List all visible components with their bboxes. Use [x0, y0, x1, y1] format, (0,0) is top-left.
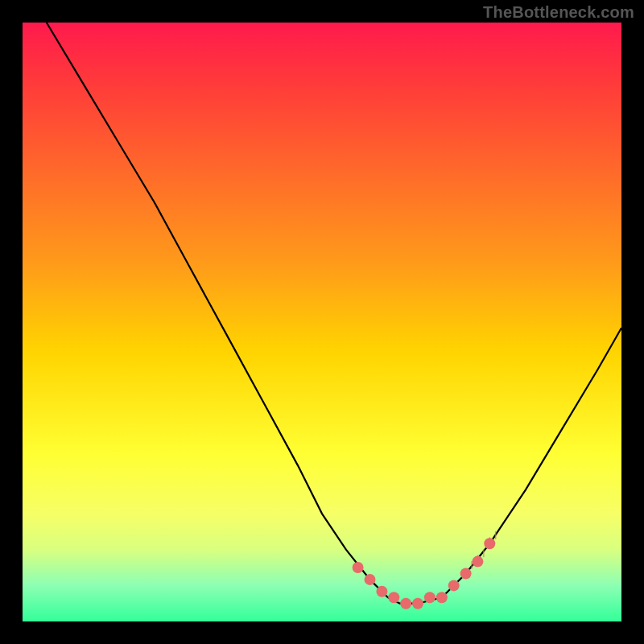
highlight-marker [353, 562, 364, 573]
highlight-marker [448, 580, 460, 591]
highlight-marker [412, 598, 423, 609]
highlight-marker [376, 586, 387, 597]
chart-frame: TheBottleneck.com [0, 0, 644, 644]
marker-group [353, 538, 496, 609]
highlight-marker [365, 574, 376, 585]
highlight-marker [436, 592, 448, 603]
highlight-marker [460, 568, 472, 580]
curve-svg [23, 23, 621, 621]
plot-area [23, 23, 621, 621]
watermark-text: TheBottleneck.com [483, 3, 634, 22]
highlight-marker [400, 598, 411, 609]
highlight-marker [424, 592, 436, 603]
bottleneck-curve [47, 23, 621, 604]
highlight-marker [388, 592, 399, 603]
